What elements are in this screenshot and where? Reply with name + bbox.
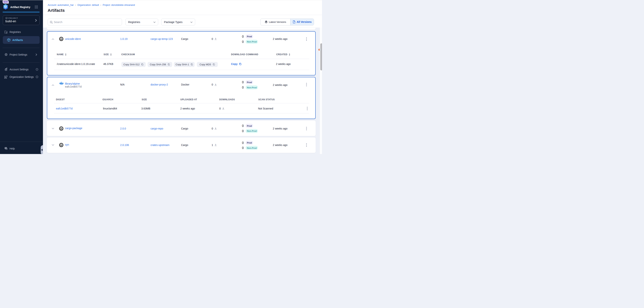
svg-text:R: R bbox=[60, 38, 62, 40]
svg-text:R: R bbox=[60, 127, 62, 130]
svg-text:R: R bbox=[60, 143, 62, 146]
svg-text:?: ? bbox=[5, 147, 6, 149]
